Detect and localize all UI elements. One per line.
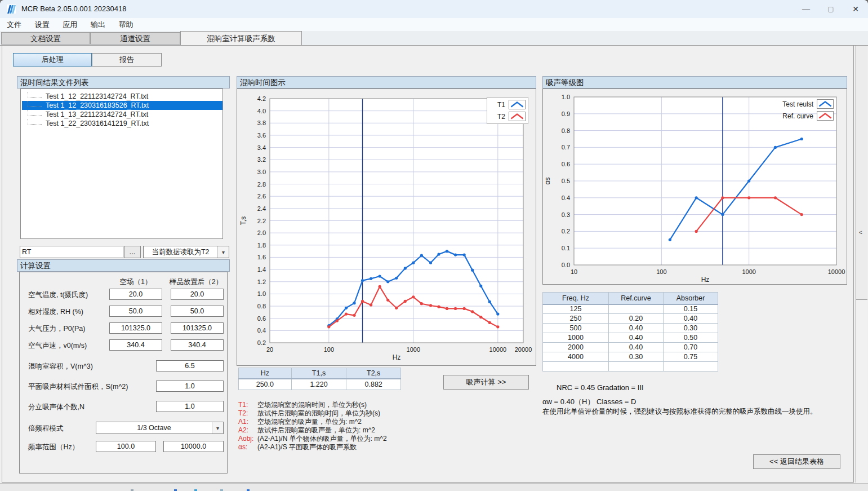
svg-text:αs: αs [544, 178, 551, 185]
svg-text:1000: 1000 [407, 346, 420, 353]
svg-text:2.6: 2.6 [257, 193, 266, 200]
tab-channel-settings[interactable]: 通道设置 [90, 32, 180, 45]
tree-branch-icon [28, 110, 42, 116]
file-list[interactable]: Test 1_12_221123142724_RT.txt Test 1_12_… [20, 89, 223, 239]
col-t2s: T2,s [346, 368, 401, 379]
maximize-button[interactable]: ▢ [818, 0, 843, 18]
table-row: 2500.200.40 [543, 314, 718, 324]
aw-result: αw = 0.40（H） Classes = D [542, 397, 636, 407]
menu-output[interactable]: 输出 [85, 18, 111, 31]
pressure-1-input[interactable] [109, 322, 162, 334]
svg-text:3.6: 3.6 [257, 132, 266, 139]
svg-text:T,s: T,s [239, 216, 247, 225]
svg-text:2.8: 2.8 [257, 181, 266, 188]
data-read-mode-combo[interactable]: 当前数据读取为T2 ▾ [143, 246, 229, 258]
freq-min-input[interactable] [96, 441, 156, 452]
room-volume-input[interactable] [156, 360, 224, 371]
label-room-volume: 混响室容积，V(m^3) [28, 362, 93, 371]
freq-max-input[interactable] [163, 441, 224, 452]
svg-text:3.2: 3.2 [257, 156, 266, 163]
tree-branch-icon [28, 119, 42, 125]
nrc-result: NRC = 0.45 Gradation = III [557, 383, 644, 392]
sample-area-input[interactable] [156, 381, 224, 392]
file-list-item[interactable]: Test 1_12_221123142724_RT.txt [22, 92, 222, 101]
svg-text:0.4: 0.4 [562, 194, 570, 201]
calc-settings-header: 计算设置 [17, 259, 230, 272]
label-air-temp: 空气温度, t(摄氏度) [28, 290, 88, 300]
file-list-item[interactable]: Test 1_13_221123142724_RT.txt [22, 110, 222, 119]
browse-button[interactable]: ... [124, 246, 141, 258]
sound-speed-2-input[interactable] [171, 339, 224, 351]
close-button[interactable]: ✕ [843, 0, 868, 18]
svg-text:3.8: 3.8 [257, 120, 266, 126]
chevron-down-icon[interactable]: ▾ [217, 246, 229, 258]
svg-text:2.4: 2.4 [257, 205, 266, 212]
col-refcurve: Ref.curve [609, 293, 664, 304]
sound-speed-1-input[interactable] [109, 339, 162, 351]
svg-text:0.7: 0.7 [562, 144, 570, 151]
svg-text:Hz: Hz [701, 276, 710, 284]
menu-apply[interactable]: 应用 [57, 18, 83, 31]
svg-text:0.1: 0.1 [562, 245, 570, 251]
chevron-down-icon[interactable]: ▾ [212, 422, 223, 434]
svg-text:10: 10 [571, 268, 577, 275]
t2-curve-icon [509, 112, 526, 121]
svg-text:10000: 10000 [828, 268, 845, 275]
rt-name-input[interactable] [20, 246, 123, 258]
subtab-postprocess[interactable]: 后处理 [13, 53, 92, 67]
humidity-2-input[interactable] [171, 306, 224, 317]
minimize-button[interactable]: — [794, 0, 818, 18]
title-bar: MCR Beta 2.05.0.001 20230418 — ▢ ✕ [0, 0, 868, 18]
absorption-table: Freq. Hz Ref.curve Absorber 1250.15 2500… [542, 292, 718, 371]
rt-chart[interactable]: 0.20.40.60.81.01.21.41.61.82.02.22.42.62… [237, 89, 536, 365]
table-row: 10000.400.50 [543, 333, 718, 343]
main-tab-strip: 文档设置 通道设置 混响室计算吸声系数 [0, 31, 868, 46]
label-humidity: 相对湿度, RH (%) [28, 307, 83, 317]
t1-curve-icon [509, 100, 526, 109]
absorber-count-input[interactable] [156, 401, 224, 412]
svg-text:Hz: Hz [393, 353, 401, 361]
col-header-empty-room: 空场（1） [109, 277, 162, 287]
back-to-results-button[interactable]: << 返回结果表格 [753, 454, 840, 469]
svg-text:1.0: 1.0 [257, 290, 266, 297]
svg-text:0.2: 0.2 [257, 339, 266, 346]
file-list-item-selected[interactable]: Test 1_12_230316183526_RT.txt [22, 101, 222, 110]
advice-text: 在使用此单值评价量的时候，强烈建议与按照标准获得的完整的吸声系数曲线一块使用。 [542, 407, 817, 417]
abs-chart-legend: Test reulst Ref. curve [757, 98, 834, 122]
table-row: 20000.400.70 [543, 343, 718, 352]
octave-mode-combo[interactable]: 1/3 Octave ▾ [96, 422, 224, 434]
rt-chart-legend: T1 T2 [487, 97, 528, 124]
legend-label-test-result: Test reulst [782, 100, 813, 108]
humidity-1-input[interactable] [109, 306, 162, 317]
menu-settings[interactable]: 设置 [29, 18, 55, 31]
right-splitter-lower[interactable] [856, 300, 867, 483]
svg-text:20: 20 [266, 346, 273, 353]
air-temp-2-input[interactable] [171, 289, 224, 300]
subtab-report[interactable]: 报告 [92, 53, 162, 67]
right-splitter-upper[interactable]: < [856, 46, 867, 300]
note-as: αs:(A2-A1)/S 平面吸声体的吸声系数 [238, 443, 357, 452]
label-sample-area: 平面吸声材料试件面积，S(m^2) [28, 382, 128, 392]
svg-text:0.3: 0.3 [562, 211, 570, 218]
col-header-with-sample: 样品放置后（2） [167, 277, 225, 287]
svg-text:3.4: 3.4 [257, 144, 266, 151]
absorb-calc-button[interactable]: 吸声计算 >> [443, 375, 529, 390]
collapse-left-icon[interactable]: < [859, 229, 862, 236]
svg-text:1.2: 1.2 [257, 278, 266, 285]
svg-text:0.0: 0.0 [562, 262, 570, 268]
air-temp-1-input[interactable] [109, 289, 162, 300]
svg-text:4.2: 4.2 [257, 95, 266, 102]
svg-text:1000: 1000 [742, 268, 755, 275]
pressure-2-input[interactable] [171, 322, 224, 334]
menu-help[interactable]: 帮助 [113, 18, 139, 31]
table-row [543, 362, 718, 371]
tab-reverb-room-absorption[interactable]: 混响室计算吸声系数 [180, 31, 302, 45]
file-list-item[interactable]: Test 1_22_230316141219_RT.txt [22, 119, 222, 128]
tab-document-settings[interactable]: 文档设置 [1, 32, 90, 45]
menu-file[interactable]: 文件 [1, 18, 27, 31]
col-freq: Freq. Hz [543, 293, 609, 304]
svg-text:0.2: 0.2 [562, 228, 570, 235]
svg-text:20000: 20000 [515, 346, 532, 353]
table-row: 40000.300.75 [543, 352, 718, 362]
taskbar-sliver [0, 483, 868, 491]
